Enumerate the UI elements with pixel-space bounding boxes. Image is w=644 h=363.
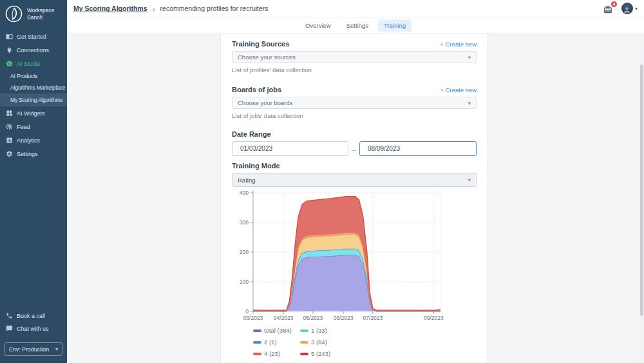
svg-text:400: 400 [240,190,249,196]
notification-badge: 4 [611,1,617,7]
sidebar-item-settings[interactable]: Settings [0,147,67,161]
legend-label: total (384) [264,327,292,334]
legend-swatch [253,329,261,332]
svg-text:03/2023: 03/2023 [243,315,263,321]
sidebar-item-label: Connections [17,47,49,54]
chat-bubble-icon [6,325,13,332]
bar-chart-icon [6,137,13,144]
sources-hint: List of profiles' data collection [232,66,477,74]
tab-training[interactable]: Training [378,19,412,32]
book-icon [6,33,13,40]
podcast-icon [6,123,13,130]
legend-item-3[interactable]: 3 (84) [300,338,401,346]
chart-legend: total (384) 1 (33) 2 (1) 3 (84) 4 (23) 5… [253,327,401,357]
sanofi-logo-icon [5,5,23,23]
tab-settings[interactable]: Settings [341,19,374,32]
sidebar-item-analytics[interactable]: Analytics [0,133,67,147]
avatar [621,3,633,14]
chevron-down-icon: ▾ [55,346,58,352]
boards-hint: List of jobs' data collection [232,112,477,119]
svg-text:07/2023: 07/2023 [363,315,383,321]
sidebar-item-get-started[interactable]: Get Started [0,30,67,43]
boards-select[interactable]: Choose your boards ▾ [232,97,477,109]
training-mode-value: Rating [238,177,255,184]
training-mode-title: Training Mode [232,162,280,170]
legend-item-2[interactable]: 2 (1) [253,338,300,346]
chevron-down-icon: ▾ [468,54,471,61]
legend-label: 2 (1) [264,338,277,346]
sidebar-item-my-scoring-algorithms[interactable]: My Scoring Algorithms [0,93,67,106]
svg-text:05/2023: 05/2023 [303,315,323,321]
scrollbar-thumb[interactable] [640,64,643,316]
plug-icon [6,46,13,54]
svg-text:300: 300 [240,219,249,226]
workspace-name: Sanofi [27,14,54,21]
legend-label: 1 (33) [311,327,327,334]
chat-with-us-button[interactable]: Chat with us [0,322,67,335]
phone-icon [6,312,13,319]
gift-icon [603,5,612,14]
sources-select-placeholder: Choose your sources [238,54,296,61]
legend-swatch [300,329,308,332]
scrollbar-track [639,0,644,363]
create-new-source-link[interactable]: + Create new [440,41,477,48]
environment-select[interactable]: Env: Production ▾ [5,342,62,356]
legend-swatch [300,353,308,355]
workspace-label: Workspace [27,7,54,14]
start-date-input[interactable] [232,141,348,156]
sidebar-menu: Get Started Connections AI Studio AI Pro… [0,30,67,161]
create-new-board-link[interactable]: + Create new [440,86,477,93]
arrow-right-icon: → [348,144,359,153]
sidebar-item-ai-studio[interactable]: AI Studio [0,57,67,70]
legend-item-5[interactable]: 5 (243) [300,350,401,357]
robot-icon [6,60,13,67]
sidebar-item-label: Analytics [17,137,40,144]
boards-of-jobs-title: Boards of jobs [232,86,281,93]
widgets-icon [6,110,13,117]
chevron-right-icon [150,5,158,12]
tabs-bar: Overview Settings Training [67,17,644,34]
end-date-input[interactable] [359,141,477,156]
legend-swatch [253,341,261,344]
rewards-button[interactable]: 4 [603,3,614,14]
legend-label: 4 (23) [264,350,280,357]
legend-item-1[interactable]: 1 (33) [300,327,401,334]
svg-text:04/2023: 04/2023 [274,315,294,321]
sidebar-item-label: AI Widgets [17,110,45,117]
svg-text:0: 0 [245,308,249,315]
breadcrumb-parent-link[interactable]: My Scoring Algorithms [73,5,147,12]
svg-text:09/2023: 09/2023 [424,315,444,321]
sidebar: Workspace Sanofi Get Started Connections… [0,0,67,363]
sources-select[interactable]: Choose your sources ▾ [232,51,477,63]
chevron-down-icon: ▾ [635,6,638,12]
date-range-title: Date Range [232,130,271,138]
sidebar-item-ai-products[interactable]: AI Products [0,70,67,82]
book-a-call-button[interactable]: Book a call [0,309,67,322]
legend-item-total[interactable]: total (384) [253,327,300,334]
book-a-call-label: Book a call [17,313,45,319]
sidebar-item-ai-widgets[interactable]: AI Widgets [0,106,67,120]
gear-icon [6,150,13,157]
environment-select-value: Env: Production [9,346,49,353]
boards-select-placeholder: Choose your boards [238,99,293,106]
training-mode-select[interactable]: Rating ▾ [232,173,477,187]
legend-swatch [253,353,261,355]
svg-text:200: 200 [240,249,249,255]
user-menu[interactable]: ▾ [621,3,638,14]
top-bar: My Scoring Algorithms recommending profi… [67,0,644,17]
tab-overview[interactable]: Overview [299,19,337,32]
legend-item-4[interactable]: 4 (23) [253,350,300,357]
legend-swatch [300,341,308,344]
sidebar-item-label: Feed [17,124,30,130]
chevron-down-icon: ▾ [468,100,471,106]
training-panel: Training Sources + Create new Choose you… [220,34,488,363]
sidebar-item-connections[interactable]: Connections [0,43,67,57]
breadcrumb-current: recommending profiles for recruiters [160,5,269,12]
sidebar-item-algorithms-marketplace[interactable]: Algorithms Marketplace [0,82,67,93]
sidebar-item-feed[interactable]: Feed [0,120,67,133]
training-chart-svg: 010020030040003/202304/202305/202306/202… [232,189,444,322]
sidebar-item-label: Get Started [17,34,46,40]
workspace-switcher[interactable]: Workspace Sanofi [0,0,67,27]
svg-text:100: 100 [240,279,249,285]
chat-with-us-label: Chat with us [17,326,49,332]
